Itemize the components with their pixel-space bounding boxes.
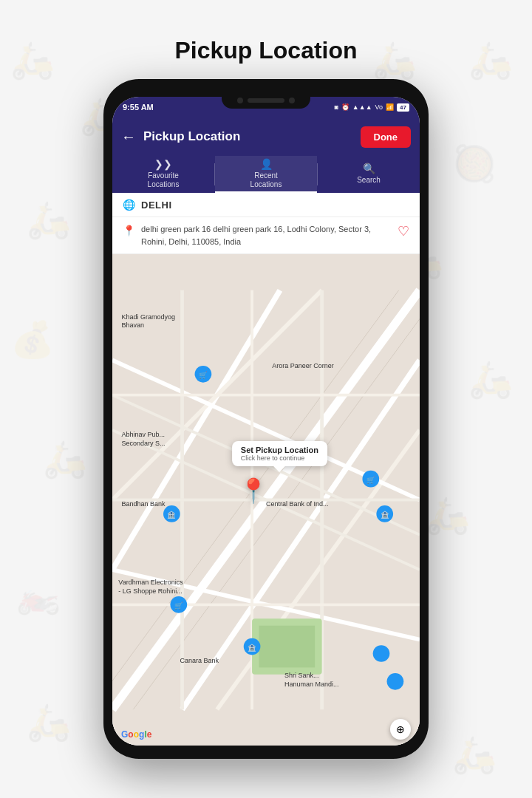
back-button[interactable]: ← <box>121 129 136 146</box>
favourite-heart-icon[interactable]: ♡ <box>398 223 409 239</box>
phone-notch <box>222 92 310 109</box>
phone-screen: 9:55 AM ◙ ⏰ ▲▲▲ Vo 📶 47 ← Pickup Locatio… <box>112 97 420 746</box>
map-container[interactable]: 🛒 🛒 🛒 🏦 🏦 🛒 🏦 Khadi GramodyogBhavan Aror… <box>112 254 420 746</box>
map-label-arora: Arora Paneer Corner <box>272 362 334 369</box>
map-label-central: Central Bank of Ind... <box>266 500 329 508</box>
globe-icon: 🌐 <box>123 199 135 211</box>
crosshair-icon: ⊕ <box>396 723 405 735</box>
svg-text:🛒: 🛒 <box>174 601 183 610</box>
tab-search[interactable]: 🔍 Search <box>318 156 420 193</box>
tab-favourite-label: FavouriteLocations <box>148 171 180 189</box>
google-g2: g <box>139 729 144 740</box>
phone-frame: 9:55 AM ◙ ⏰ ▲▲▲ Vo 📶 47 ← Pickup Locatio… <box>103 79 429 759</box>
location-pin-icon: 📍 <box>123 225 135 236</box>
header-title: Pickup Location <box>143 129 353 144</box>
tooltip-title: Set Pickup Location <box>241 446 318 454</box>
app-header: ← Pickup Location Done <box>112 117 420 156</box>
status-icon-wifi: 📶 <box>386 103 394 111</box>
svg-text:🏦: 🏦 <box>248 644 256 652</box>
map-label-abhinav: Abhinav Pub...Secondary S... <box>121 431 165 448</box>
status-icon-battery: 47 <box>397 103 409 112</box>
map-label-vardhman: Vardhman Electronics- LG Shoppe Rohini..… <box>118 579 183 596</box>
content-area: 🌐 DELHI 📍 delhi green park 16 delhi gree… <box>112 193 420 746</box>
map-tooltip[interactable]: Set Pickup Location Click here to contin… <box>232 441 327 466</box>
svg-point-27 <box>373 645 390 662</box>
google-e: e <box>147 729 152 740</box>
city-name: DELHI <box>141 200 172 211</box>
tab-favourite[interactable]: ❯❯ FavouriteLocations <box>112 156 214 193</box>
svg-text:🛒: 🛒 <box>366 476 375 485</box>
tab-recent-label: RecentLocations <box>250 171 282 189</box>
svg-rect-19 <box>259 626 316 668</box>
favourite-icon: ❯❯ <box>154 158 172 170</box>
address-text: delhi green park 16 delhi green park 16,… <box>141 223 392 248</box>
status-icons: ◙ ⏰ ▲▲▲ Vo 📶 47 <box>334 103 409 112</box>
map-pin: 📍 <box>239 477 268 505</box>
tab-recent[interactable]: 👤 RecentLocations <box>215 156 317 193</box>
google-g: G <box>121 729 128 740</box>
my-location-button[interactable]: ⊕ <box>390 719 411 740</box>
status-icon-alarm: ⏰ <box>341 103 349 111</box>
map-label-shri: Shri Sank...Hanuman Mandi... <box>284 672 339 689</box>
google-o2: o <box>134 729 139 740</box>
recent-icon: 👤 <box>260 158 273 170</box>
tab-bar: ❯❯ FavouriteLocations 👤 RecentLocations … <box>112 156 420 193</box>
page-title: Pickup Location <box>174 37 357 64</box>
search-icon: 🔍 <box>363 163 375 174</box>
camera-dot <box>237 98 243 103</box>
map-label-canara: Canara Bank <box>180 657 219 664</box>
status-icon-volte: Vo <box>375 103 383 111</box>
map-label-khadi: Khadi GramodyogBhavan <box>121 313 175 330</box>
city-header: 🌐 DELHI <box>112 193 420 217</box>
camera-dot-2 <box>289 98 295 103</box>
tooltip-arrow <box>273 466 285 472</box>
done-button[interactable]: Done <box>361 126 412 148</box>
tab-search-label: Search <box>357 176 381 185</box>
map-label-bandhan: Bandhan Bank <box>121 500 165 508</box>
svg-text:🏦: 🏦 <box>381 511 389 519</box>
speaker-bar <box>248 98 284 103</box>
svg-text:🏦: 🏦 <box>167 511 176 519</box>
status-icon-signal: ▲▲▲ <box>352 103 372 111</box>
google-logo: G o o g l e <box>121 729 151 740</box>
svg-text:🛒: 🛒 <box>199 371 208 380</box>
google-o1: o <box>128 729 133 740</box>
svg-point-28 <box>387 673 404 690</box>
address-row[interactable]: 📍 delhi green park 16 delhi green park 1… <box>112 217 420 254</box>
tooltip-subtitle: Click here to continue <box>241 454 318 462</box>
status-time: 9:55 AM <box>123 103 154 112</box>
status-icon-sim: ◙ <box>334 103 338 111</box>
